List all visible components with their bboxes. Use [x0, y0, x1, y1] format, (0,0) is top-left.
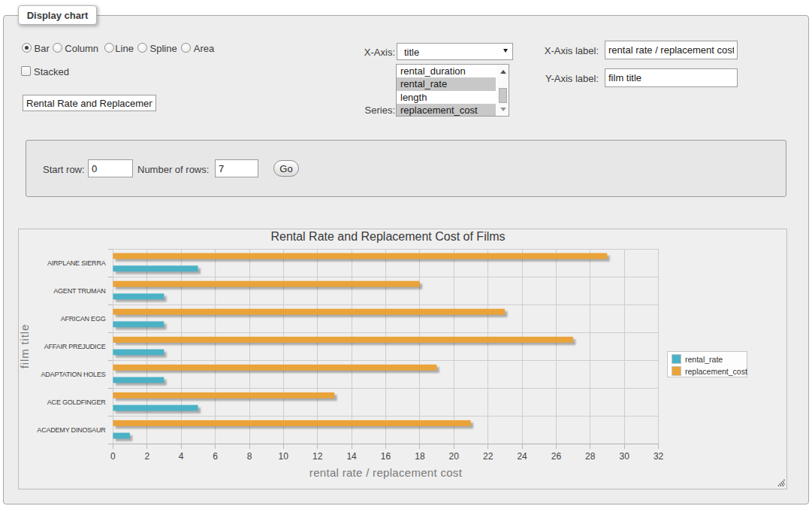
svg-text:film title: film title	[18, 324, 31, 368]
